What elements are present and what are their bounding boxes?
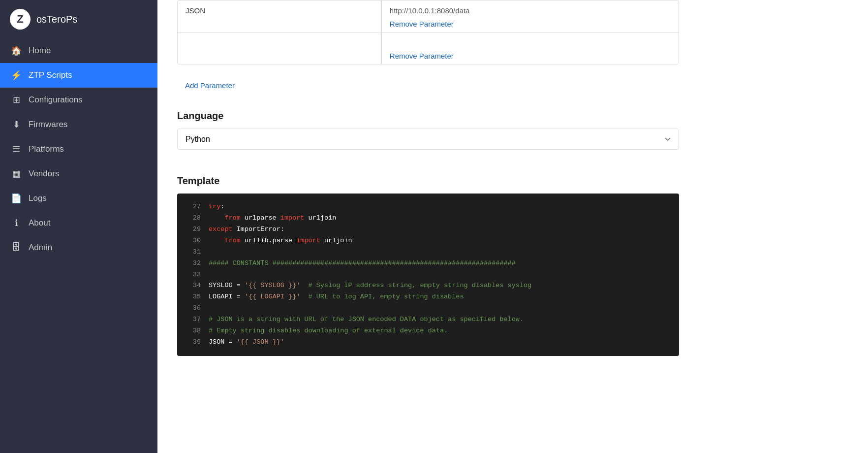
line-number: 35 (185, 292, 201, 302)
code-line: 36 (177, 303, 679, 314)
sidebar-item-label: ZTP Scripts (29, 70, 72, 80)
line-content: from urlparse import urljoin (209, 213, 671, 224)
line-content (209, 247, 671, 258)
app-name: osTeroPs (36, 14, 77, 25)
code-line: 34SYSLOG = '{{ SYSLOG }}' # Syslog IP ad… (177, 280, 679, 291)
platforms-icon: ☰ (11, 144, 22, 155)
line-number: 28 (185, 213, 201, 224)
parameters-section: JSON http://10.0.0.1:8080/data Remove Pa… (177, 0, 679, 65)
param-key-cell: JSON (178, 0, 381, 32)
line-content: SYSLOG = '{{ SYSLOG }}' # Syslog IP addr… (209, 281, 671, 291)
param-row: Remove Parameter (178, 32, 679, 64)
param-key-cell-empty[interactable] (178, 32, 381, 64)
sidebar-item-label: Configurations (29, 95, 83, 105)
code-line: 31 (177, 247, 679, 258)
sidebar-item-label: Vendors (29, 169, 59, 179)
line-content: from urllib.parse import urljoin (209, 236, 671, 246)
code-line: 29except ImportError: (177, 224, 679, 235)
line-number: 34 (185, 281, 201, 291)
about-icon: ℹ (11, 218, 22, 228)
template-section-label: Template (177, 175, 679, 187)
param-row: JSON http://10.0.0.1:8080/data Remove Pa… (178, 0, 679, 32)
line-content: # JSON is a string with URL of the JSON … (209, 315, 671, 325)
code-line: 35LOGAPI = '{{ LOGAPI }}' # URL to log A… (177, 291, 679, 303)
line-number: 37 (185, 315, 201, 325)
code-line: 39JSON = '{{ JSON }}' (177, 337, 679, 348)
param-value-input[interactable] (390, 36, 671, 49)
line-number: 29 (185, 225, 201, 235)
sidebar-item-label: About (29, 218, 50, 228)
param-value-cell-empty: Remove Parameter (381, 32, 679, 64)
param-key-value: JSON (186, 6, 205, 15)
line-content (209, 270, 671, 280)
code-line: 33 (177, 269, 679, 281)
remove-parameter-link[interactable]: Remove Parameter (390, 20, 671, 28)
sidebar-item-label: Platforms (29, 144, 64, 154)
line-number: 30 (185, 236, 201, 246)
logs-icon: 📄 (11, 193, 22, 204)
sidebar-item-configurations[interactable]: ⊞ Configurations (0, 88, 157, 112)
code-line: 37# JSON is a string with URL of the JSO… (177, 314, 679, 325)
firmwares-icon: ⬇ (11, 119, 22, 130)
param-value-cell: http://10.0.0.1:8080/data Remove Paramet… (381, 0, 679, 32)
code-line: 28 from urlparse import urljoin (177, 213, 679, 224)
sidebar-item-vendors[interactable]: ▦ Vendors (0, 162, 157, 186)
sidebar-item-platforms[interactable]: ☰ Platforms (0, 137, 157, 162)
ztp-scripts-icon: ⚡ (11, 70, 22, 81)
line-number: 33 (185, 270, 201, 280)
vendors-icon: ▦ (11, 168, 22, 179)
line-number: 32 (185, 259, 201, 269)
home-icon: 🏠 (11, 45, 22, 56)
main-content: JSON http://10.0.0.1:8080/data Remove Pa… (157, 0, 868, 453)
language-section-label: Language (177, 110, 679, 122)
line-content: try: (209, 202, 671, 212)
nav-menu: 🏠 Home ⚡ ZTP Scripts ⊞ Configurations ⬇ … (0, 38, 157, 259)
line-content: LOGAPI = '{{ LOGAPI }}' # URL to log API… (209, 292, 671, 302)
line-content (209, 303, 671, 314)
line-number: 39 (185, 337, 201, 348)
sidebar-item-ztp-scripts[interactable]: ⚡ ZTP Scripts (0, 63, 157, 88)
code-line: 32##### CONSTANTS ######################… (177, 258, 679, 269)
sidebar-item-logs[interactable]: 📄 Logs (0, 186, 157, 211)
admin-icon: 🗄 (11, 242, 22, 253)
sidebar-item-about[interactable]: ℹ About (0, 211, 157, 235)
line-number: 27 (185, 202, 201, 212)
configurations-icon: ⊞ (11, 95, 22, 105)
sidebar-item-admin[interactable]: 🗄 Admin (0, 235, 157, 259)
code-line: 38# Empty string disables downloading of… (177, 325, 679, 337)
sidebar-item-home[interactable]: 🏠 Home (0, 38, 157, 63)
line-content: JSON = '{{ JSON }}' (209, 337, 671, 348)
language-select[interactable]: PythonRubyBash (177, 129, 679, 150)
sidebar-item-label: Logs (29, 194, 47, 203)
code-line: 27try: (177, 201, 679, 213)
app-logo: Z osTeroPs (0, 0, 157, 38)
sidebar-item-label: Firmwares (29, 120, 67, 129)
code-editor[interactable]: 27try:28 from urlparse import urljoin29e… (177, 194, 679, 356)
sidebar: Z osTeroPs 🏠 Home ⚡ ZTP Scripts ⊞ Config… (0, 0, 157, 453)
sidebar-item-label: Admin (29, 243, 52, 253)
content-area: JSON http://10.0.0.1:8080/data Remove Pa… (157, 0, 699, 376)
add-parameter-container: Add Parameter (177, 74, 679, 97)
remove-parameter-link-2[interactable]: Remove Parameter (390, 52, 671, 60)
param-value-text: http://10.0.0.1:8080/data (390, 4, 671, 17)
code-line: 30 from urllib.parse import urljoin (177, 235, 679, 247)
line-content: ##### CONSTANTS ########################… (209, 259, 671, 269)
line-content: except ImportError: (209, 225, 671, 235)
logo-icon: Z (10, 9, 31, 30)
line-content: # Empty string disables downloading of e… (209, 326, 671, 336)
sidebar-item-label: Home (29, 46, 51, 56)
line-number: 38 (185, 326, 201, 336)
param-key-input[interactable] (186, 38, 373, 51)
add-parameter-link[interactable]: Add Parameter (177, 74, 243, 97)
sidebar-item-firmwares[interactable]: ⬇ Firmwares (0, 112, 157, 137)
line-number: 31 (185, 247, 201, 258)
line-number: 36 (185, 303, 201, 314)
